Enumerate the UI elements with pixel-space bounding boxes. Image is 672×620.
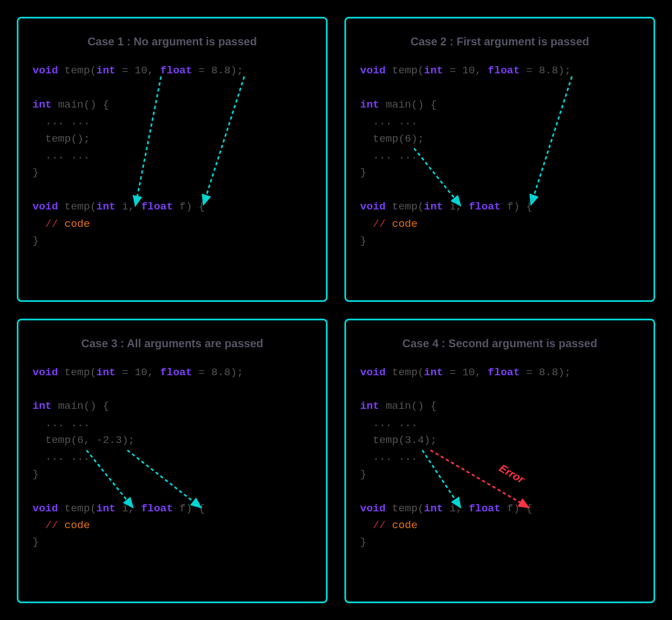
case-3-title: Case 3 : All arguments are passed <box>32 337 312 350</box>
int-kw: int <box>96 502 115 515</box>
comment-text: code <box>392 218 418 230</box>
diagram-container: Case 1 : No argument is passed void temp… <box>0 0 672 620</box>
comment-slash: // <box>373 519 386 532</box>
fn-name: temp <box>64 64 90 77</box>
case-2-title: Case 2 : First argument is passed <box>360 35 640 48</box>
call-line: temp(3.4); <box>360 432 640 449</box>
call-line: temp(6, -2.3); <box>32 432 312 449</box>
void-kw: void <box>32 201 58 213</box>
void-kw: void <box>32 366 58 379</box>
case-4-panel: Case 4 : Second argument is passed void … <box>344 319 655 604</box>
comment-slash: // <box>45 519 58 532</box>
def-line: void temp(int i, float f) { <box>360 500 640 517</box>
int-kw: int <box>96 366 115 379</box>
float-kw: float <box>469 502 501 515</box>
float-kw: float <box>160 366 192 379</box>
void-kw: void <box>360 366 386 379</box>
comment-text: code <box>64 218 90 230</box>
main-fn: main <box>58 99 84 111</box>
decl-line: void temp(int = 10, float = 8.8); <box>32 364 312 381</box>
float-kw: float <box>488 64 520 77</box>
comment-text: code <box>392 519 418 532</box>
void-kw: void <box>360 502 386 515</box>
decl-line: void temp(int = 10, float = 8.8); <box>360 364 640 381</box>
int-kw: int <box>96 201 115 213</box>
void-kw: void <box>32 502 58 515</box>
dots-line: ... ... <box>32 113 312 130</box>
float-kw: float <box>160 64 192 77</box>
int-kw: int <box>96 64 115 77</box>
float-kw: float <box>469 201 501 213</box>
float-kw: float <box>488 366 520 379</box>
comment-slash: // <box>373 218 386 230</box>
int-kw: int <box>424 201 443 213</box>
int-kw: int <box>360 99 379 111</box>
case-1-title: Case 1 : No argument is passed <box>32 35 312 48</box>
dots-line: ... ... <box>32 147 312 164</box>
def-line: void temp(int i, float f) { <box>32 198 312 215</box>
case-1-panel: Case 1 : No argument is passed void temp… <box>17 17 328 302</box>
blank-line <box>32 181 312 198</box>
comment-slash: // <box>45 218 58 230</box>
call-line: temp(6); <box>360 130 640 147</box>
main-open: int main() { <box>32 96 312 113</box>
case-3-panel: Case 3 : All arguments are passed void t… <box>17 319 328 604</box>
case-4-title: Case 4 : Second argument is passed <box>360 337 640 350</box>
float-kw: float <box>141 502 173 515</box>
call-line: temp(); <box>32 130 312 147</box>
def-line: void temp(int i, float f) { <box>32 500 312 517</box>
int-kw: int <box>424 502 443 515</box>
decl-line: void temp(int = 10, float = 8.8); <box>32 62 312 79</box>
void-kw: void <box>360 64 386 77</box>
float-kw: float <box>141 201 173 213</box>
int-kw: int <box>32 99 52 111</box>
decl-line: void temp(int = 10, float = 8.8); <box>360 62 640 79</box>
blank-line <box>32 79 312 96</box>
void-kw: void <box>360 201 386 213</box>
int-kw: int <box>32 400 52 412</box>
comment-line: // code <box>32 216 312 232</box>
num-10: 10 <box>134 64 147 77</box>
int-kw: int <box>424 64 443 77</box>
void-kw: void <box>32 64 58 77</box>
def-close: } <box>32 232 312 249</box>
int-kw: int <box>360 400 379 412</box>
main-close: } <box>32 164 312 181</box>
case-2-panel: Case 2 : First argument is passed void t… <box>344 17 655 302</box>
comment-text: code <box>64 519 90 532</box>
def-line: void temp(int i, float f) { <box>360 198 640 215</box>
int-kw: int <box>424 366 443 379</box>
num-88: 8.8 <box>211 64 230 77</box>
